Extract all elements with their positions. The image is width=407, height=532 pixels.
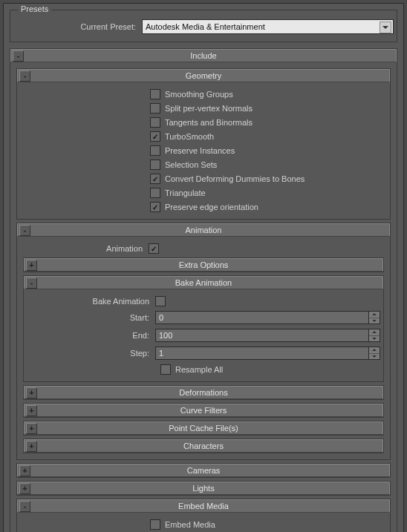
extra-options-head[interactable]: + Extra Options bbox=[24, 258, 383, 272]
geometry-item: Preserve edge orientation bbox=[20, 202, 387, 212]
characters-rollout: + Characters bbox=[23, 439, 384, 453]
expand-icon[interactable]: + bbox=[19, 483, 30, 494]
step-label: Step: bbox=[27, 349, 155, 358]
collapse-icon[interactable]: - bbox=[19, 501, 30, 512]
extra-options-title: Extra Options bbox=[179, 260, 229, 269]
animation-enable-label: Animation bbox=[20, 244, 149, 253]
point-cache-title: Point Cache File(s) bbox=[169, 424, 238, 433]
geometry-label: Split per-vertex Normals bbox=[165, 104, 253, 113]
geometry-item: Smoothing Groups bbox=[20, 89, 387, 99]
spinner-down-icon[interactable] bbox=[369, 318, 380, 324]
geometry-checkbox[interactable] bbox=[150, 117, 160, 128]
geometry-item: Convert Deforming Dummies to Bones bbox=[20, 174, 387, 184]
extra-options-rollout: + Extra Options bbox=[23, 257, 384, 272]
geometry-label: Preserve edge orientation bbox=[165, 203, 258, 211]
expand-icon[interactable]: + bbox=[26, 260, 37, 271]
point-cache-head[interactable]: + Point Cache File(s) bbox=[24, 421, 383, 435]
geometry-checkbox[interactable] bbox=[150, 131, 160, 142]
geometry-checkbox[interactable] bbox=[150, 174, 160, 184]
resample-all-checkbox[interactable] bbox=[160, 364, 171, 375]
current-preset-dropdown[interactable]: Autodesk Media & Entertainment bbox=[142, 19, 394, 34]
step-input[interactable]: 1 bbox=[155, 347, 369, 360]
geometry-checkbox[interactable] bbox=[150, 188, 160, 198]
animation-title: Animation bbox=[186, 226, 222, 234]
bake-animation-rollout: - Bake Animation Bake Animation Start: bbox=[23, 275, 384, 382]
end-label: End: bbox=[27, 331, 155, 340]
geometry-checkbox[interactable] bbox=[150, 89, 160, 99]
cameras-head[interactable]: + Cameras bbox=[17, 464, 390, 477]
characters-title: Characters bbox=[183, 441, 224, 450]
geometry-checkbox[interactable] bbox=[150, 145, 160, 156]
presets-title: Presets bbox=[18, 4, 51, 13]
include-head[interactable]: - Include bbox=[10, 49, 397, 62]
expand-icon[interactable]: + bbox=[26, 387, 37, 398]
current-preset-value: Autodesk Media & Entertainment bbox=[146, 22, 265, 31]
collapse-icon[interactable]: - bbox=[19, 225, 30, 236]
animation-rollout: - Animation Animation + Extra Options bbox=[16, 223, 391, 460]
geometry-item: TurboSmooth bbox=[20, 131, 387, 142]
geometry-title: Geometry bbox=[186, 71, 221, 80]
cameras-rollout: + Cameras bbox=[16, 463, 391, 478]
geometry-item: Split per-vertex Normals bbox=[20, 103, 387, 114]
expand-icon[interactable]: + bbox=[26, 405, 37, 416]
embed-media-title: Embed Media bbox=[178, 502, 229, 510]
characters-head[interactable]: + Characters bbox=[24, 439, 383, 453]
geometry-rollout: - Geometry Smoothing GroupsSplit per-ver… bbox=[16, 68, 391, 220]
curve-filters-rollout: + Curve Filters bbox=[23, 403, 384, 418]
animation-checkbox[interactable] bbox=[149, 243, 159, 254]
geometry-item: Selection Sets bbox=[20, 160, 387, 170]
geometry-item: Triangulate bbox=[20, 188, 387, 198]
lights-title: Lights bbox=[192, 484, 214, 493]
spinner-down-icon[interactable] bbox=[369, 354, 380, 360]
deformations-rollout: + Deformations bbox=[23, 385, 384, 400]
chevron-down-icon bbox=[380, 22, 391, 33]
bake-title: Bake Animation bbox=[175, 278, 232, 287]
geometry-label: Convert Deforming Dummies to Bones bbox=[165, 174, 305, 183]
embed-media-label: Embed Media bbox=[165, 520, 215, 529]
collapse-icon[interactable]: - bbox=[19, 70, 30, 82]
lights-rollout: + Lights bbox=[16, 481, 391, 496]
bake-animation-label: Bake Animation bbox=[27, 297, 155, 306]
geometry-checkbox[interactable] bbox=[150, 202, 160, 212]
point-cache-rollout: + Point Cache File(s) bbox=[23, 421, 384, 436]
end-spinner[interactable]: 100 bbox=[155, 329, 380, 342]
start-label: Start: bbox=[27, 313, 155, 322]
curve-filters-title: Curve Filters bbox=[180, 406, 227, 415]
geometry-label: Triangulate bbox=[165, 188, 206, 197]
spinner-up-icon[interactable] bbox=[369, 329, 380, 336]
bake-animation-checkbox[interactable] bbox=[155, 296, 166, 306]
geometry-checkbox[interactable] bbox=[150, 103, 160, 114]
bake-head[interactable]: - Bake Animation bbox=[24, 276, 383, 289]
include-title: Include bbox=[190, 51, 216, 60]
collapse-icon[interactable]: - bbox=[13, 50, 24, 62]
embed-media-head[interactable]: - Embed Media bbox=[17, 499, 390, 513]
geometry-label: Tangents and Binormals bbox=[165, 118, 253, 127]
current-preset-label: Current Preset: bbox=[13, 22, 142, 31]
presets-fieldset: Presets Current Preset: Autodesk Media &… bbox=[10, 10, 397, 42]
lights-head[interactable]: + Lights bbox=[17, 482, 390, 495]
export-panel: Presets Current Preset: Autodesk Media &… bbox=[3, 3, 404, 532]
geometry-label: Smoothing Groups bbox=[165, 90, 233, 99]
animation-head[interactable]: - Animation bbox=[17, 223, 390, 237]
cameras-title: Cameras bbox=[187, 466, 221, 475]
geometry-label: Preserve Instances bbox=[165, 146, 235, 155]
end-input[interactable]: 100 bbox=[155, 329, 369, 342]
geometry-checkbox[interactable] bbox=[150, 160, 160, 170]
step-spinner[interactable]: 1 bbox=[155, 347, 380, 360]
deformations-head[interactable]: + Deformations bbox=[24, 386, 383, 399]
expand-icon[interactable]: + bbox=[19, 465, 30, 476]
geometry-head[interactable]: - Geometry bbox=[17, 69, 390, 82]
resample-all-label: Resample All bbox=[175, 365, 223, 374]
spinner-down-icon[interactable] bbox=[369, 336, 380, 342]
spinner-up-icon[interactable] bbox=[369, 312, 380, 318]
expand-icon[interactable]: + bbox=[26, 423, 37, 434]
collapse-icon[interactable]: - bbox=[26, 278, 37, 289]
embed-media-checkbox[interactable] bbox=[150, 519, 160, 530]
start-input[interactable]: 0 bbox=[155, 311, 369, 324]
deformations-title: Deformations bbox=[179, 388, 227, 397]
geometry-label: Selection Sets bbox=[165, 160, 217, 169]
curve-filters-head[interactable]: + Curve Filters bbox=[24, 404, 383, 417]
spinner-up-icon[interactable] bbox=[369, 347, 380, 354]
start-spinner[interactable]: 0 bbox=[155, 311, 380, 324]
expand-icon[interactable]: + bbox=[26, 441, 37, 452]
